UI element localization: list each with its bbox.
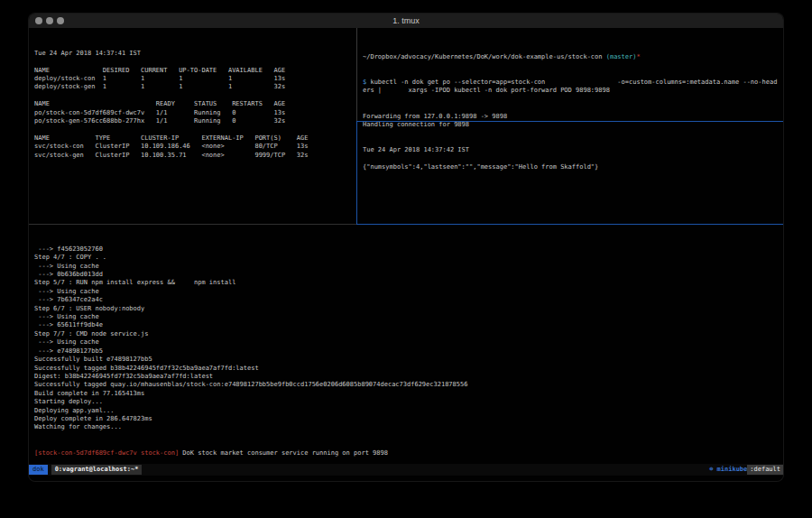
shell-command-line: $ kubectl -n dok get po --selector=app=s…	[363, 79, 787, 96]
kubernetes-namespace: :default	[747, 465, 783, 475]
pane-kubectl-watch[interactable]: Tue 24 Apr 2018 14:37:41 IST NAME DESIRE…	[29, 28, 361, 228]
shell-path-line: ~/Dropbox/advocacy/Kubernetes/DoK/work/d…	[363, 53, 787, 61]
pod-log-message: DoK stock market consumer service runnin…	[179, 449, 388, 457]
terminal-window: 1. tmux Tue 24 Apr 2018 14:37:41 IST NAM…	[29, 14, 783, 481]
pane-app-response[interactable]: Tue 24 Apr 2018 14:37:42 IST {"numsymbol…	[358, 123, 787, 229]
app-response-output: Tue 24 Apr 2018 14:37:42 IST {"numsymbol…	[363, 146, 787, 171]
pane-skaffold-log[interactable]: ---> f45623052760 Step 4/7 : COPY . . --…	[29, 226, 789, 466]
window-titlebar[interactable]: 1. tmux	[29, 14, 783, 28]
kubectl-port-forward-command: kubectl -n dok get po --selector=app=sto…	[363, 79, 777, 94]
kubectl-watch-output: Tue 24 Apr 2018 14:37:41 IST NAME DESIRE…	[34, 50, 361, 160]
pane-divider-vertical-active[interactable]	[356, 121, 357, 225]
pane-divider-horizontal-active-bottom[interactable]	[356, 224, 783, 225]
pane-divider-horizontal-inactive[interactable]	[29, 224, 356, 225]
kubernetes-helm-icon: ☸	[709, 465, 716, 475]
working-directory: ~/Dropbox/advocacy/Kubernetes/DoK/work/d…	[363, 53, 606, 60]
status-right: ☸ minikube :default	[709, 464, 783, 476]
pane-divider-vertical-inactive[interactable]	[356, 28, 357, 122]
pod-log-line: [stock-con-5d7df689cf-dwc7v stock-con] D…	[34, 449, 789, 458]
git-dirty-flag: *	[636, 53, 640, 60]
tmux-status-bar: dok 0:vagrant@localhost:~* ☸ minikube :d…	[29, 464, 783, 476]
pane-divider-horizontal-active-top[interactable]	[356, 121, 783, 122]
window-tab[interactable]: 0:vagrant@localhost:~*	[51, 465, 143, 475]
screenshot-stage: 1. tmux Tue 24 Apr 2018 14:37:41 IST NAM…	[0, 0, 812, 518]
session-name-badge: dok	[29, 465, 48, 475]
git-branch: (master)	[606, 53, 637, 60]
pod-log-prefix: [stock-con-5d7df689cf-dwc7v stock-con]	[34, 449, 179, 457]
pane-port-forward[interactable]: ~/Dropbox/advocacy/Kubernetes/DoK/work/d…	[358, 28, 787, 128]
kubernetes-context: minikube	[717, 465, 748, 475]
window-title: 1. tmux	[29, 16, 783, 25]
docker-build-output: ---> f45623052760 Step 4/7 : COPY . . --…	[34, 245, 789, 432]
